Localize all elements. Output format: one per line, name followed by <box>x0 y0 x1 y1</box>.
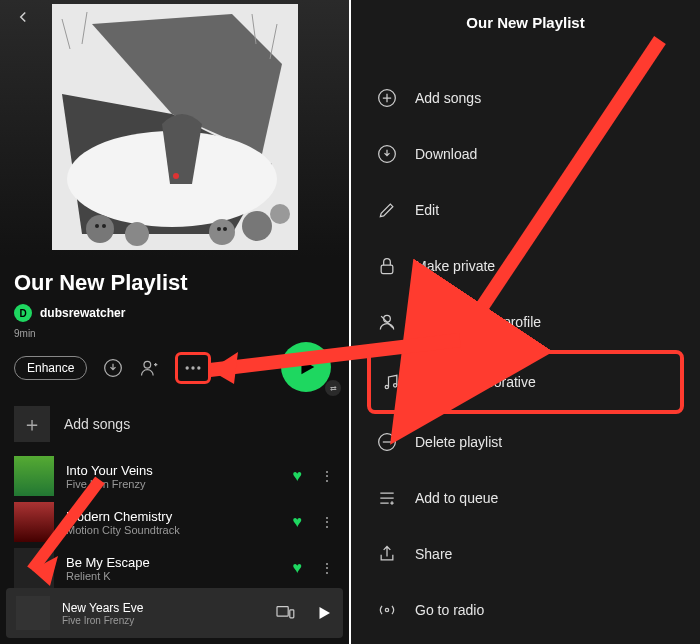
track-title: Be My Escape <box>66 555 281 570</box>
now-playing-title: New Years Eve <box>62 601 263 615</box>
svg-point-18 <box>186 366 189 369</box>
plus-circle-icon <box>377 88 399 108</box>
context-menu-screen: Our New Playlist Add songs Download Edit… <box>351 0 700 644</box>
menu-label: Make collaborative <box>419 374 536 390</box>
menu-label: Edit <box>415 202 439 218</box>
track-art <box>14 502 54 542</box>
music-note-icon <box>381 372 403 392</box>
lock-icon <box>377 256 399 276</box>
playlist-duration: 9min <box>14 328 36 339</box>
svg-point-4 <box>95 224 99 228</box>
svg-point-31 <box>394 384 397 387</box>
download-icon <box>377 144 399 164</box>
track-title: Into Your Veins <box>66 463 281 478</box>
pencil-icon <box>377 200 399 220</box>
heart-icon[interactable]: ♥ <box>293 559 303 577</box>
minus-circle-icon <box>377 432 399 452</box>
svg-point-11 <box>270 204 290 224</box>
svg-point-20 <box>198 366 201 369</box>
now-playing-play-icon[interactable] <box>315 604 333 622</box>
playlist-title: Our New Playlist <box>14 270 188 296</box>
add-songs-label: Add songs <box>64 416 130 432</box>
svg-point-5 <box>102 224 106 228</box>
svg-point-30 <box>385 385 388 388</box>
svg-point-3 <box>86 215 114 243</box>
track-artist: Relient K <box>66 570 281 582</box>
track-row[interactable]: Into Your Veins Five Iron Frenzy ♥ ⋮ <box>14 454 334 498</box>
svg-point-6 <box>125 222 149 246</box>
menu-share[interactable]: Share <box>377 526 674 582</box>
track-art <box>14 456 54 496</box>
menu-label: Add songs <box>415 90 481 106</box>
person-remove-icon <box>377 312 399 332</box>
svg-point-7 <box>209 219 235 245</box>
download-icon[interactable] <box>103 358 123 378</box>
menu-edit[interactable]: Edit <box>377 182 674 238</box>
track-row[interactable]: Be My Escape Relient K ♥ ⋮ <box>14 546 334 590</box>
menu-label: Remove from profile <box>415 314 541 330</box>
svg-point-10 <box>242 211 272 241</box>
more-icon[interactable] <box>183 358 203 378</box>
annotation-highlight-more <box>175 352 211 384</box>
svg-marker-21 <box>301 360 314 375</box>
playlist-screen: Our New Playlist D dubsrewatcher 9min En… <box>0 0 349 644</box>
plus-icon: ＋ <box>14 406 50 442</box>
svg-point-2 <box>173 173 179 179</box>
svg-rect-22 <box>277 607 288 617</box>
menu-add-to-queue[interactable]: Add to queue <box>377 470 674 526</box>
track-title: Modern Chemistry <box>66 509 281 524</box>
menu-go-to-radio[interactable]: Go to radio <box>377 582 674 638</box>
track-more-icon[interactable]: ⋮ <box>320 560 334 576</box>
svg-point-9 <box>223 227 227 231</box>
track-row[interactable]: Modern Chemistry Motion City Soundtrack … <box>14 500 334 544</box>
radio-icon <box>377 600 399 620</box>
svg-rect-27 <box>381 265 393 273</box>
queue-icon <box>377 488 399 508</box>
back-button[interactable] <box>14 8 32 26</box>
menu-label: Delete playlist <box>415 434 502 450</box>
menu-make-collaborative[interactable]: Make collaborative <box>367 350 684 414</box>
now-playing-artist: Five Iron Frenzy <box>62 615 263 626</box>
now-playing-art <box>16 596 50 630</box>
heart-icon[interactable]: ♥ <box>293 467 303 485</box>
track-art <box>14 548 54 588</box>
menu-make-private[interactable]: Make private <box>377 238 674 294</box>
menu-label: Go to radio <box>415 602 484 618</box>
svg-point-33 <box>385 608 388 611</box>
menu-download[interactable]: Download <box>377 126 674 182</box>
shuffle-icon[interactable]: ⇄ <box>325 380 341 396</box>
svg-line-29 <box>381 316 393 328</box>
enhance-button[interactable]: Enhance <box>14 356 87 380</box>
menu-remove-profile[interactable]: Remove from profile <box>377 294 674 350</box>
now-playing-bar[interactable]: New Years Eve Five Iron Frenzy <box>6 588 343 638</box>
owner-avatar: D <box>14 304 32 322</box>
svg-point-8 <box>217 227 221 231</box>
play-button[interactable] <box>281 342 331 392</box>
devices-icon[interactable] <box>275 605 295 621</box>
share-icon <box>377 544 399 564</box>
add-songs-row[interactable]: ＋ Add songs <box>14 406 130 442</box>
menu-title: Our New Playlist <box>351 14 700 31</box>
svg-marker-24 <box>320 607 331 619</box>
menu-label: Make private <box>415 258 495 274</box>
svg-point-28 <box>384 315 391 322</box>
svg-point-17 <box>144 361 151 368</box>
menu-add-songs[interactable]: Add songs <box>377 70 674 126</box>
track-more-icon[interactable]: ⋮ <box>320 514 334 530</box>
svg-rect-23 <box>290 610 294 618</box>
menu-label: Add to queue <box>415 490 498 506</box>
track-artist: Motion City Soundtrack <box>66 524 281 536</box>
playlist-controls: Enhance <box>14 352 211 384</box>
add-user-icon[interactable] <box>139 358 159 378</box>
track-artist: Five Iron Frenzy <box>66 478 281 490</box>
menu-delete-playlist[interactable]: Delete playlist <box>377 414 674 470</box>
owner-name: dubsrewatcher <box>40 306 125 320</box>
playlist-cover[interactable] <box>52 4 298 250</box>
menu-label: Download <box>415 146 477 162</box>
svg-point-19 <box>192 366 195 369</box>
playlist-owner[interactable]: D dubsrewatcher <box>14 304 125 322</box>
menu-label: Share <box>415 546 452 562</box>
heart-icon[interactable]: ♥ <box>293 513 303 531</box>
track-more-icon[interactable]: ⋮ <box>320 468 334 484</box>
